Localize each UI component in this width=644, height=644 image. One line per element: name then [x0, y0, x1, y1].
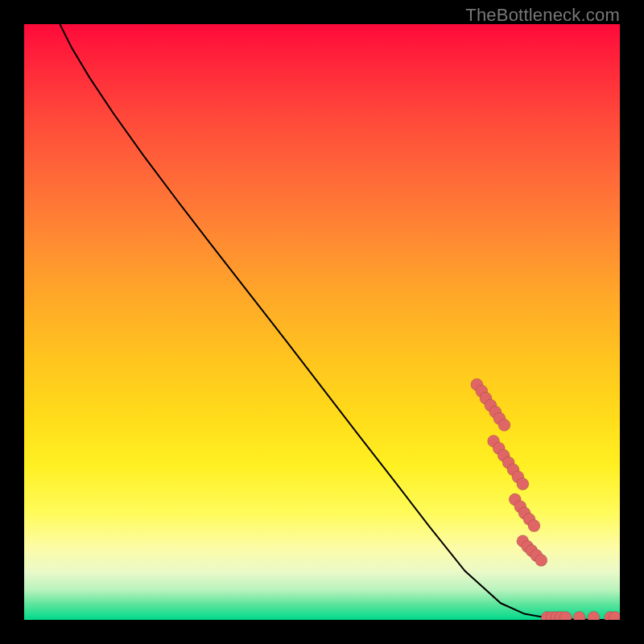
data-point [517, 478, 529, 490]
watermark-text: TheBottleneck.com [465, 5, 620, 26]
data-point [535, 555, 547, 567]
data-points-group [471, 378, 620, 620]
plot-area [24, 24, 620, 620]
data-point [588, 612, 600, 620]
chart-svg [24, 24, 620, 620]
data-point [498, 419, 510, 431]
data-point [528, 520, 540, 532]
data-point [573, 612, 585, 620]
chart-frame: TheBottleneck.com [0, 0, 644, 644]
